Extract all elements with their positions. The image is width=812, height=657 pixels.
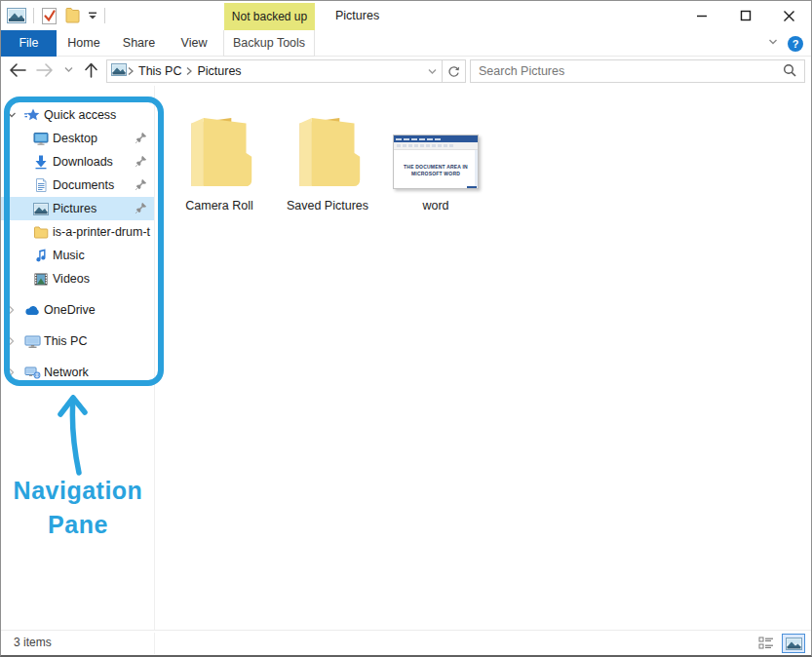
onedrive-cloud-icon	[24, 304, 41, 316]
up-button[interactable]	[84, 62, 98, 81]
documents-icon	[33, 177, 49, 193]
nav-label[interactable]: Music	[53, 249, 85, 262]
chevron-down-icon[interactable]	[6, 110, 18, 120]
this-pc-icon	[24, 334, 41, 349]
nav-label[interactable]: Desktop	[53, 132, 97, 145]
word-document-thumbnail: THE DOCUMENT AREA IN MICROSOFT WORD	[393, 135, 479, 189]
chevron-right-icon[interactable]	[6, 367, 18, 377]
nav-label[interactable]: Downloads	[53, 155, 113, 169]
back-button[interactable]	[9, 63, 26, 80]
thumb-statusbar	[467, 186, 477, 189]
recent-locations-chevron-icon[interactable]	[63, 64, 74, 78]
breadcrumb-chevron-icon[interactable]	[185, 66, 193, 76]
file-item-word[interactable]: THE DOCUMENT AREA IN MICROSOFT WORD word	[382, 101, 489, 213]
location-pictures-icon	[111, 63, 127, 79]
search-placeholder: Search Pictures	[479, 64, 783, 78]
nav-label[interactable]: Network	[44, 366, 89, 379]
properties-check-icon[interactable]	[41, 7, 58, 25]
customize-toolbar-dropdown-icon[interactable]	[88, 11, 97, 20]
nav-label[interactable]: This PC	[44, 334, 87, 348]
nav-item-pictures[interactable]: Pictures	[1, 197, 154, 220]
toolbar-separator	[33, 8, 34, 23]
maximize-button[interactable]	[723, 1, 767, 30]
file-explorer-window: Not backed up Pictures File Home Share V…	[0, 0, 812, 657]
status-separator	[154, 633, 155, 654]
breadcrumb-chevron-icon[interactable]	[127, 66, 135, 76]
thumb-text-line-2: MICROSOFT WORD	[411, 171, 460, 177]
nav-label[interactable]: Videos	[53, 272, 90, 286]
breadcrumb-pictures[interactable]: Pictures	[193, 64, 245, 78]
search-box[interactable]: Search Pictures	[470, 59, 805, 83]
tab-share[interactable]: Share	[111, 30, 167, 57]
nav-item-onedrive[interactable]: OneDrive	[1, 298, 154, 322]
file-label[interactable]: word	[382, 199, 489, 213]
file-label[interactable]: Camera Roll	[166, 199, 273, 213]
toolbar-separator	[104, 8, 105, 23]
nav-item-desktop[interactable]: Desktop	[1, 127, 154, 150]
nav-label[interactable]: OneDrive	[44, 303, 96, 317]
nav-item-recent-folder[interactable]: is-a-printer-drum-t	[1, 220, 154, 244]
breadcrumb-this-pc[interactable]: This PC	[135, 64, 185, 78]
file-item-camera-roll[interactable]: Camera Roll	[166, 101, 273, 213]
title-bar: Not backed up Pictures	[1, 1, 811, 30]
address-bar-row: This PC Pictures Search Pictures	[1, 57, 811, 86]
nav-label[interactable]: Pictures	[53, 202, 97, 215]
window-controls	[679, 1, 811, 30]
file-label[interactable]: Saved Pictures	[274, 199, 381, 213]
forward-button[interactable]	[36, 63, 54, 80]
new-folder-icon[interactable]	[64, 7, 81, 24]
explorer-body: Quick access Desktop Downloads	[1, 86, 811, 633]
collapse-ribbon-chevron-icon[interactable]	[767, 36, 779, 51]
quick-access-star-icon	[24, 107, 40, 123]
nav-item-documents[interactable]: Documents	[1, 174, 154, 197]
quick-access-toolbar	[7, 1, 105, 30]
details-view-button[interactable]	[754, 634, 778, 653]
minimize-button[interactable]	[679, 1, 723, 30]
pin-icon	[135, 202, 147, 214]
backup-status-badge: Not backed up	[224, 3, 315, 30]
pin-icon	[135, 178, 147, 191]
nav-label[interactable]: Documents	[53, 178, 114, 192]
file-item-saved-pictures[interactable]: Saved Pictures	[274, 101, 381, 213]
window-title: Pictures	[335, 1, 379, 30]
thumb-word-page: THE DOCUMENT AREA IN MICROSOFT WORD	[394, 150, 478, 189]
nav-quick-access[interactable]: Quick access	[1, 103, 154, 127]
ribbon-tab-row: File Home Share View Backup Tools ?	[1, 30, 811, 57]
nav-item-music[interactable]: Music	[1, 244, 154, 267]
thumbnail-view-button[interactable]	[782, 634, 805, 653]
desktop-icon	[33, 131, 49, 146]
thumb-word-ribbon	[394, 142, 478, 150]
nav-item-videos[interactable]: Videos	[1, 267, 154, 290]
pin-icon	[135, 155, 147, 168]
item-count: 3 items	[14, 631, 52, 656]
pictures-icon	[33, 203, 49, 215]
tab-file[interactable]: File	[1, 30, 57, 57]
annotation-line-1: Navigation	[5, 474, 151, 508]
folder-large-icon	[274, 101, 381, 191]
pin-icon	[135, 132, 147, 144]
tab-backup-tools[interactable]: Backup Tools	[223, 30, 315, 57]
music-icon	[33, 248, 49, 263]
chevron-right-icon[interactable]	[6, 336, 18, 346]
tab-home[interactable]: Home	[58, 30, 110, 57]
nav-item-downloads[interactable]: Downloads	[1, 150, 154, 174]
address-dropdown-chevron-icon[interactable]	[427, 66, 438, 77]
annotation-label: Navigation Pane	[5, 474, 151, 542]
help-icon[interactable]: ?	[788, 36, 803, 52]
nav-item-network[interactable]: Network	[1, 361, 154, 384]
nav-item-this-pc[interactable]: This PC	[1, 329, 154, 353]
search-icon[interactable]	[783, 63, 796, 80]
nav-label[interactable]: Quick access	[44, 108, 116, 122]
downloads-icon	[33, 154, 49, 170]
nav-label[interactable]: is-a-printer-drum-t	[53, 225, 150, 239]
pane-divider	[154, 86, 155, 633]
tab-view[interactable]: View	[168, 30, 220, 57]
thumb-word-titlebar	[394, 135, 478, 142]
refresh-button[interactable]	[442, 59, 466, 83]
folder-icon	[33, 225, 49, 240]
annotation-line-2: Pane	[5, 508, 151, 542]
navigation-pane: Quick access Desktop Downloads	[1, 86, 154, 384]
close-button[interactable]	[767, 1, 811, 30]
address-bar[interactable]: This PC Pictures	[106, 59, 443, 83]
chevron-right-icon[interactable]	[6, 305, 18, 315]
